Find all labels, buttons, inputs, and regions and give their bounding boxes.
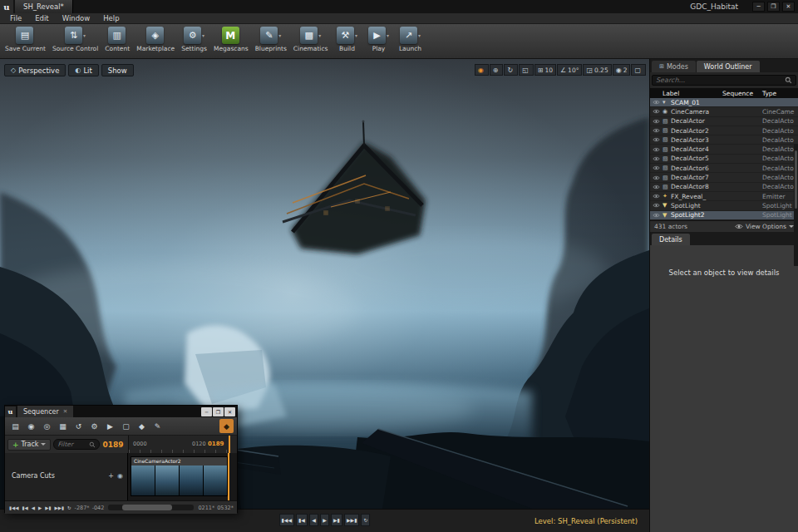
- step-backward-button[interactable]: ▮◀: [296, 514, 308, 526]
- outliner-row[interactable]: ▧ DecalActor DecalActo: [650, 117, 798, 126]
- sequencer-filter-input[interactable]: Filter: [53, 439, 100, 450]
- blueprints-button[interactable]: ✎ ▾ Blueprints: [255, 27, 287, 52]
- save-current-button[interactable]: ▤ Save Current: [5, 27, 46, 52]
- menu-file[interactable]: File: [3, 14, 28, 22]
- cinematics-button[interactable]: ▩ ▾ Cinematics: [293, 27, 328, 52]
- view-end[interactable]: 0211*: [198, 505, 214, 511]
- visibility-eye-icon[interactable]: [653, 194, 663, 199]
- grid-snap-button[interactable]: ⊞ 10: [534, 64, 556, 76]
- menu-edit[interactable]: Edit: [28, 14, 55, 22]
- visibility-eye-icon[interactable]: [653, 203, 663, 208]
- visibility-eye-icon[interactable]: [653, 185, 663, 190]
- maximize-button[interactable]: ❐: [767, 2, 780, 12]
- visibility-eye-icon[interactable]: [653, 128, 663, 133]
- scale-snap-button[interactable]: ◲ 0.25: [583, 64, 611, 76]
- camera-icon[interactable]: ◉: [117, 472, 123, 480]
- timeline-scrollbar[interactable]: [108, 505, 194, 510]
- track-area[interactable]: CineCameraActor2: [128, 453, 237, 500]
- loop-button[interactable]: ↻: [361, 514, 370, 526]
- visibility-eye-icon[interactable]: [653, 156, 663, 161]
- visibility-eye-icon[interactable]: [653, 137, 663, 142]
- visibility-eye-icon[interactable]: [653, 213, 663, 218]
- camera-speed-button[interactable]: ◉ 2: [613, 64, 631, 76]
- marketplace-button[interactable]: ◈ Marketplace: [136, 27, 175, 52]
- minimize-button[interactable]: ─: [201, 407, 212, 416]
- maximize-button[interactable]: ❐: [213, 407, 224, 416]
- level-tab[interactable]: SH_Reveal*: [15, 0, 73, 13]
- undo-icon[interactable]: ↺: [71, 419, 86, 433]
- lit-mode-button[interactable]: ◐ Lit: [68, 64, 98, 76]
- step-forward-button[interactable]: ▶▮: [44, 505, 52, 510]
- build-button[interactable]: ⚒ ▾ Build: [335, 27, 360, 52]
- play-reverse-button[interactable]: ◀: [309, 514, 318, 526]
- keep-state-icon[interactable]: ◆: [219, 419, 234, 433]
- outliner-row[interactable]: ▼ SpotLight2 SpotLight: [650, 211, 798, 220]
- outliner-row[interactable]: ✦ FX_Reveal_ Emitter: [650, 192, 798, 201]
- rotate-tool-icon[interactable]: ↻: [504, 64, 518, 76]
- playhead[interactable]: [229, 436, 230, 453]
- play-forward-button[interactable]: ▶: [320, 514, 329, 526]
- loop-button[interactable]: ↻: [66, 505, 72, 510]
- outliner-row[interactable]: ▧ DecalActor5 DecalActo: [650, 155, 798, 164]
- content-button[interactable]: ▥ Content: [105, 27, 130, 52]
- outliner-scrollbar[interactable]: [794, 144, 798, 266]
- curve-editor-icon[interactable]: ✎: [150, 419, 165, 433]
- maximize-viewport-icon[interactable]: ▢: [631, 64, 646, 76]
- view-options-button[interactable]: View Options: [735, 223, 794, 230]
- go-to-end-button[interactable]: ▶▶▮: [344, 514, 360, 526]
- play-button[interactable]: ▶ ▾ Play: [367, 27, 392, 52]
- visibility-eye-icon[interactable]: [653, 165, 663, 170]
- general-options-icon[interactable]: ⚙: [87, 419, 101, 433]
- game-view-icon[interactable]: ◉: [475, 64, 489, 76]
- add-camera-cut-icon[interactable]: +: [108, 472, 114, 480]
- close-button[interactable]: ✕: [782, 2, 795, 12]
- scale-tool-icon[interactable]: ◱: [519, 64, 534, 76]
- create-camera-icon[interactable]: ◉: [24, 419, 38, 433]
- play-reverse-button[interactable]: ◀: [31, 505, 36, 510]
- playback-options-icon[interactable]: ▶: [103, 419, 117, 433]
- go-to-end-button[interactable]: ▶▶▮: [54, 505, 66, 510]
- current-frame-field[interactable]: 0189: [102, 441, 123, 449]
- add-track-button[interactable]: + Track: [7, 439, 51, 451]
- outliner-row[interactable]: ▼ SpotLight SpotLight: [650, 201, 798, 210]
- column-type[interactable]: Type: [762, 90, 796, 97]
- go-to-front-button[interactable]: ▮◀◀: [8, 505, 20, 510]
- tab-close-icon[interactable]: ✕: [63, 408, 67, 415]
- view-start[interactable]: -042: [92, 505, 105, 511]
- outliner-row[interactable]: ▧ DecalActor7 DecalActo: [650, 173, 798, 182]
- outliner-row[interactable]: ▧ DecalActor3 DecalActo: [650, 135, 798, 145]
- column-label[interactable]: Label: [663, 90, 722, 97]
- column-sequence[interactable]: Sequence: [722, 90, 762, 97]
- show-flags-button[interactable]: Show: [101, 64, 134, 76]
- outliner-row[interactable]: ▧ DecalActor4 DecalActo: [650, 145, 798, 154]
- visibility-eye-icon[interactable]: [653, 147, 663, 152]
- search-icon[interactable]: ◎: [40, 419, 54, 433]
- tab-world-outliner[interactable]: World Outliner: [697, 61, 760, 72]
- snap-to-surface-icon[interactable]: ⊕: [490, 64, 504, 76]
- tab-details[interactable]: Details: [652, 234, 690, 245]
- sequencer-titlebar[interactable]: u Sequencer ✕ ─ ❐ ✕: [5, 406, 237, 417]
- minimize-button[interactable]: ─: [752, 2, 765, 12]
- range-end[interactable]: 0532*: [217, 505, 234, 511]
- outliner-row[interactable]: ▧ DecalActor2 DecalActo: [650, 126, 798, 135]
- select-options-icon[interactable]: ▢: [119, 419, 133, 433]
- tab-modes[interactable]: ⊞ Modes: [652, 61, 696, 72]
- menu-window[interactable]: Window: [56, 14, 97, 22]
- range-start[interactable]: -287*: [75, 505, 90, 511]
- rotation-snap-button[interactable]: ∠ 10°: [557, 64, 582, 76]
- outliner-row[interactable]: ▾ SCAM_01: [650, 98, 798, 107]
- camera-cut-clip[interactable]: CineCameraActor2: [131, 456, 228, 496]
- close-button[interactable]: ✕: [224, 407, 235, 416]
- megascans-button[interactable]: M Megascans: [214, 27, 249, 52]
- step-forward-button[interactable]: ▶▮: [331, 514, 342, 526]
- outliner-row[interactable]: ◉ CineCamera CineCame: [650, 107, 798, 116]
- step-backward-button[interactable]: ▮◀: [22, 505, 29, 510]
- playhead-line[interactable]: [228, 453, 229, 500]
- sequencer-tab[interactable]: Sequencer ✕: [17, 406, 73, 417]
- render-movie-icon[interactable]: ▦: [56, 419, 70, 433]
- outliner-row[interactable]: ▧ DecalActor8 DecalActo: [650, 183, 798, 192]
- perspective-button[interactable]: ◇ Perspective: [4, 64, 66, 76]
- visibility-eye-icon[interactable]: [653, 100, 663, 105]
- timeline-ruler[interactable]: 0000 0120 0189: [128, 436, 237, 453]
- source-control-button[interactable]: ⇅ ▾ Source Control: [52, 27, 98, 52]
